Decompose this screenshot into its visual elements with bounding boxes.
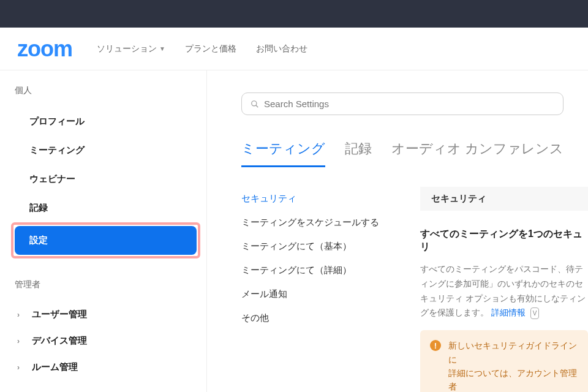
sidebar-section-admin: 管理者: [15, 279, 197, 290]
subnav-email[interactable]: メール通知: [241, 282, 398, 306]
subnav-security[interactable]: セキュリティ: [241, 187, 398, 211]
settings-panel: セキュリティ すべてのミーティングを1つのセキュリ すべてのミーティングをパスコ…: [420, 187, 588, 392]
chevron-right-icon: ›: [17, 363, 22, 372]
sidebar-item-label: ユーザー管理: [32, 309, 87, 320]
nav-solutions[interactable]: ソリューション ▼: [97, 43, 165, 55]
sidebar-item-device-mgmt[interactable]: › デバイス管理: [15, 328, 197, 354]
chevron-down-icon: ▼: [159, 45, 165, 52]
panel-section-header: セキュリティ: [420, 187, 588, 211]
chevron-right-icon: ›: [17, 311, 22, 319]
details-link[interactable]: 詳細情報: [491, 307, 526, 317]
alert-line-2: 詳細については、アカウント管理者: [448, 368, 577, 391]
subnav-other[interactable]: その他: [241, 306, 398, 330]
sidebar-item-meetings[interactable]: ミーティング: [15, 136, 197, 165]
search-box[interactable]: [241, 92, 564, 115]
settings-row: セキュリティ ミーティングをスケジュールする ミーティングにて（基本） ミーティ…: [241, 187, 588, 392]
sidebar-item-label: デバイス管理: [32, 335, 87, 347]
info-badge-icon[interactable]: V: [530, 307, 540, 319]
top-bar: [0, 0, 588, 28]
sidebar-section-personal: 個人: [15, 85, 197, 96]
sidebar-item-settings[interactable]: 設定: [15, 226, 197, 255]
security-alert: ! 新しいセキュリティガイドラインに 詳細については、アカウント管理者: [420, 330, 588, 392]
sidebar-item-room-mgmt[interactable]: › ルーム管理: [15, 354, 197, 380]
tabs: ミーティング 記録 オーディオ カンファレンス: [241, 140, 588, 167]
nav-pricing[interactable]: プランと価格: [185, 43, 236, 55]
tab-recording[interactable]: 記録: [345, 140, 372, 167]
subnav-in-meeting-basic[interactable]: ミーティングにて（基本）: [241, 235, 398, 258]
setting-description: すべてのミーティングをパスコード、待ティングに参加可能」のいずれかのセキのセキュ…: [420, 262, 588, 320]
content: 個人 プロフィール ミーティング ウェビナー 記録 設定 管理者 › ユーザー管…: [0, 70, 588, 392]
logo[interactable]: zoom: [17, 36, 72, 62]
setting-title: すべてのミーティングを1つのセキュリ: [420, 228, 588, 254]
tab-meeting[interactable]: ミーティング: [241, 140, 325, 167]
chevron-right-icon: ›: [17, 337, 22, 345]
svg-point-0: [252, 100, 257, 105]
sidebar: 個人 プロフィール ミーティング ウェビナー 記録 設定 管理者 › ユーザー管…: [0, 70, 207, 392]
settings-subnav: セキュリティ ミーティングをスケジュールする ミーティングにて（基本） ミーティ…: [241, 187, 398, 392]
sidebar-item-user-mgmt[interactable]: › ユーザー管理: [15, 301, 197, 328]
search-icon: [251, 100, 259, 108]
header: zoom ソリューション ▼ プランと価格 お問い合わせ: [0, 28, 588, 70]
subnav-schedule[interactable]: ミーティングをスケジュールする: [241, 211, 398, 235]
tab-audio-conference[interactable]: オーディオ カンファレンス: [391, 140, 564, 167]
sidebar-item-webinar[interactable]: ウェビナー: [15, 165, 197, 194]
subnav-in-meeting-advanced[interactable]: ミーティングにて（詳細）: [241, 258, 398, 282]
search-input[interactable]: [264, 99, 554, 109]
sidebar-item-label: ルーム管理: [32, 361, 78, 373]
sidebar-item-profile[interactable]: プロフィール: [15, 107, 197, 136]
nav-contact[interactable]: お問い合わせ: [256, 43, 307, 55]
alert-text: 新しいセキュリティガイドラインに 詳細については、アカウント管理者: [448, 339, 578, 392]
svg-line-1: [256, 105, 258, 107]
sidebar-item-recording[interactable]: 記録: [15, 194, 197, 222]
nav-solutions-label: ソリューション: [97, 43, 157, 55]
alert-line-1: 新しいセキュリティガイドラインに: [448, 341, 577, 364]
warning-icon: !: [430, 340, 441, 351]
main: ミーティング 記録 オーディオ カンファレンス セキュリティ ミーティングをスケ…: [207, 70, 588, 392]
highlight-box: 設定: [11, 222, 200, 258]
